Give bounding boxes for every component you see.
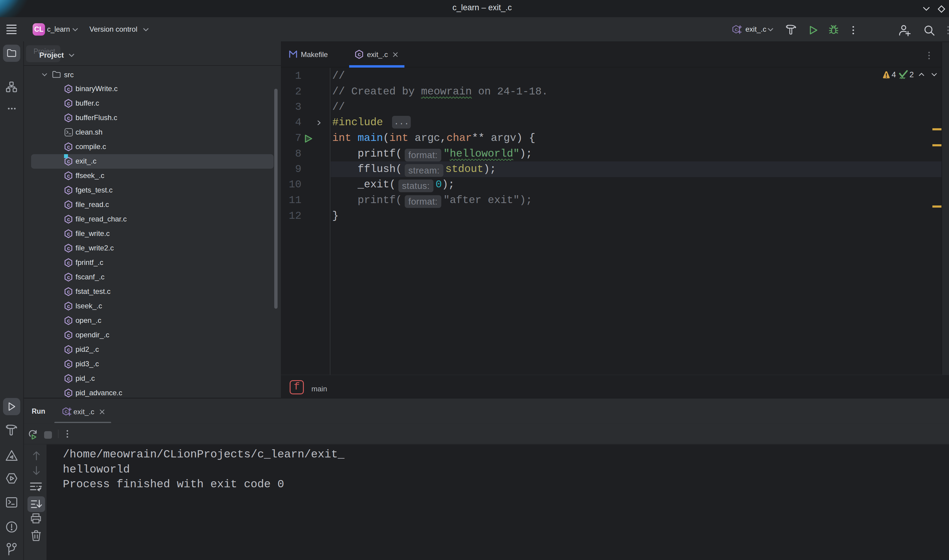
svg-text:c: c	[67, 188, 70, 194]
svg-text:c: c	[67, 375, 70, 382]
svg-text:c: c	[67, 303, 70, 309]
svg-text:c: c	[65, 409, 67, 414]
svg-text:c: c	[67, 173, 70, 179]
svg-text:c: c	[67, 231, 70, 237]
svg-text:c: c	[67, 100, 70, 106]
svg-text:c: c	[67, 202, 70, 208]
svg-text:c: c	[67, 332, 70, 338]
svg-text:c: c	[67, 390, 70, 396]
svg-text:c: c	[67, 86, 70, 92]
svg-text:c: c	[67, 347, 70, 353]
svg-text:c: c	[67, 274, 70, 280]
svg-text:c: c	[67, 216, 70, 222]
svg-text:c: c	[358, 51, 361, 57]
svg-text:c: c	[735, 26, 738, 32]
svg-text:c: c	[67, 115, 70, 121]
svg-text:c: c	[67, 361, 70, 367]
svg-text:c: c	[67, 245, 70, 251]
svg-text:c: c	[67, 158, 70, 165]
svg-text:c: c	[67, 260, 70, 266]
svg-text:c: c	[67, 289, 70, 295]
svg-text:c: c	[67, 318, 70, 324]
svg-text:c: c	[67, 144, 70, 150]
